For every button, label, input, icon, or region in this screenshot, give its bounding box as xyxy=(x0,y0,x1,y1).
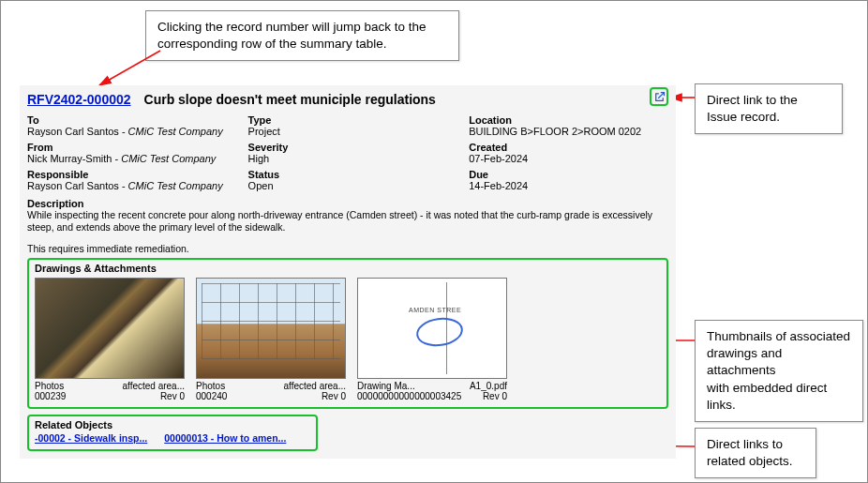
contact-company: CMiC Test Company xyxy=(128,126,223,137)
thumb-category: Drawing Ma... xyxy=(357,381,415,391)
callout-record-number: Clicking the record number will jump bac… xyxy=(145,10,459,61)
attachment-thumb[interactable]: Photos affected area... 000240 Rev 0 xyxy=(196,278,346,401)
contact-company: CMiC Test Company xyxy=(128,180,223,191)
related-object-link[interactable]: -00002 - Sidewalk insp... xyxy=(35,432,147,444)
thumbnail-row: Photos affected area... 000239 Rev 0 Pho… xyxy=(35,278,661,401)
thumb-code: 000240 xyxy=(196,391,227,401)
related-objects-section: Related Objects -00002 - Sidewalk insp..… xyxy=(27,415,318,451)
photo-thumbnail xyxy=(196,278,346,379)
to-field: To Rayson Carl Santos - CMiC Test Compan… xyxy=(27,113,248,140)
field-label: Type xyxy=(248,114,462,126)
field-label: Location xyxy=(469,114,661,126)
callout-text: related objects. xyxy=(707,454,793,468)
open-external-icon xyxy=(652,90,666,104)
thumb-title: affected area... xyxy=(283,381,346,391)
related-link-list: -00002 - Sidewalk insp... 00000013 - How… xyxy=(35,432,310,444)
description-section: Description While inspecting the recent … xyxy=(27,194,668,254)
field-value: Rayson Carl Santos - CMiC Test Company xyxy=(27,180,241,191)
meta-row-1: To Rayson Carl Santos - CMiC Test Compan… xyxy=(27,113,668,140)
field-value: 07-Feb-2024 xyxy=(469,153,661,164)
field-value: Open xyxy=(248,180,462,191)
severity-field: Severity High xyxy=(248,140,470,167)
record-title: Curb slope doesn't meet municiple regula… xyxy=(144,92,436,107)
issue-header: RFV2402-000002 Curb slope doesn't meet m… xyxy=(27,90,668,113)
contact-name: Nick Murray-Smith xyxy=(27,153,112,164)
thumb-title: A1_0.pdf xyxy=(470,381,507,391)
due-field: Due 14-Feb-2024 xyxy=(469,167,668,194)
field-label: Responsible xyxy=(27,169,241,180)
meta-row-3: Responsible Rayson Carl Santos - CMiC Te… xyxy=(27,167,668,194)
field-label: Status xyxy=(248,169,462,180)
contact-company: CMiC Test Company xyxy=(121,153,216,164)
contact-name: Rayson Carl Santos xyxy=(27,126,119,137)
thumb-rev: Rev 0 xyxy=(160,391,185,401)
remediation-text: This requires immediate remediation. xyxy=(27,239,668,254)
issue-detail-card: RFV2402-000002 Curb slope doesn't meet m… xyxy=(20,85,676,459)
field-label: To xyxy=(27,114,241,126)
photo-thumbnail xyxy=(35,278,185,379)
from-field: From Nick Murray-Smith - CMiC Test Compa… xyxy=(27,140,248,167)
thumb-code: 000239 xyxy=(35,391,66,401)
field-value: Project xyxy=(248,126,462,137)
callout-thumbnails: Thumbnails of associated drawings and at… xyxy=(695,320,863,422)
open-external-button[interactable] xyxy=(650,87,668,106)
callout-direct-link: Direct link to the Issue record. xyxy=(695,83,843,134)
field-value: BUILDING B>FLOOR 2>ROOM 0202 xyxy=(469,126,661,137)
location-field: Location BUILDING B>FLOOR 2>ROOM 0202 xyxy=(469,113,668,140)
created-field: Created 07-Feb-2024 xyxy=(469,140,668,167)
drawing-markup-circle xyxy=(414,315,465,350)
record-id-link[interactable]: RFV2402-000002 xyxy=(27,92,131,107)
field-value: High xyxy=(248,153,462,164)
thumb-category: Photos xyxy=(35,381,64,391)
attachments-heading: Drawings & Attachments xyxy=(35,263,661,274)
field-label: Severity xyxy=(248,142,462,153)
field-label: Due xyxy=(469,169,661,180)
callout-text: with embedded direct links. xyxy=(707,381,827,412)
drawing-text: AMDEN STREE xyxy=(409,307,461,313)
callout-text: drawings and attachments xyxy=(707,346,782,377)
thumb-title: affected area... xyxy=(122,381,185,391)
attachments-section: Drawings & Attachments Photos affected a… xyxy=(27,258,668,409)
status-field: Status Open xyxy=(248,167,470,194)
field-label: Created xyxy=(469,142,661,153)
callout-text: Thumbnails of associated xyxy=(707,329,850,343)
thumb-rev: Rev 0 xyxy=(322,391,346,401)
field-value: Nick Murray-Smith - CMiC Test Company xyxy=(27,153,241,164)
field-value: Rayson Carl Santos - CMiC Test Company xyxy=(27,126,241,137)
callout-text: Direct link to the xyxy=(707,93,798,107)
meta-row-2: From Nick Murray-Smith - CMiC Test Compa… xyxy=(27,140,668,167)
attachment-thumb[interactable]: Photos affected area... 000239 Rev 0 xyxy=(35,278,185,401)
contact-name: Rayson Carl Santos xyxy=(27,180,119,191)
callout-related-objects: Direct links to related objects. xyxy=(695,428,816,478)
type-field: Type Project xyxy=(248,113,470,140)
drawing-thumbnail: AMDEN STREE xyxy=(357,278,507,379)
responsible-field: Responsible Rayson Carl Santos - CMiC Te… xyxy=(27,167,248,194)
callout-text: Direct links to xyxy=(707,437,783,451)
description-label: Description xyxy=(27,198,668,209)
related-object-link[interactable]: 00000013 - How to amen... xyxy=(164,432,286,444)
field-label: From xyxy=(27,142,241,153)
field-value: 14-Feb-2024 xyxy=(469,180,661,191)
callout-text: Issue record. xyxy=(707,110,780,124)
thumb-category: Photos xyxy=(196,381,225,391)
description-text: While inspecting the recent concrete pou… xyxy=(27,209,668,234)
thumb-code: 00000000000000003425 xyxy=(357,391,461,401)
attachment-thumb[interactable]: AMDEN STREE Drawing Ma... A1_0.pdf 00000… xyxy=(357,278,507,401)
thumb-rev: Rev 0 xyxy=(483,391,507,401)
related-heading: Related Objects xyxy=(35,419,310,430)
